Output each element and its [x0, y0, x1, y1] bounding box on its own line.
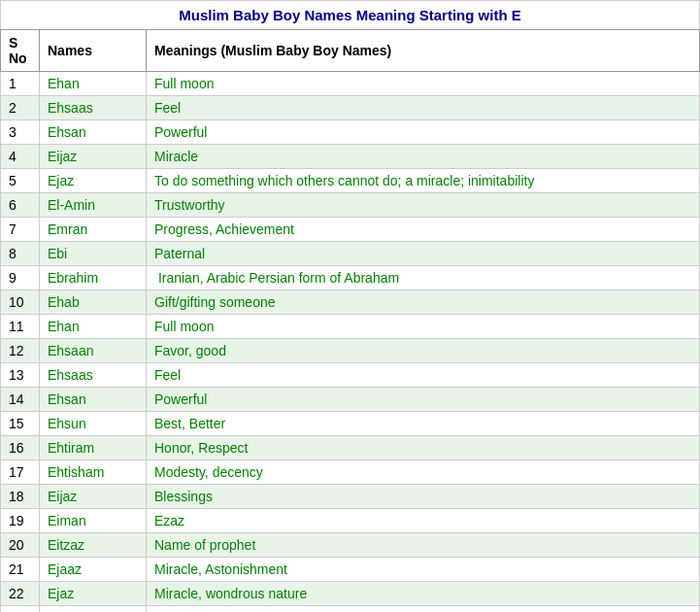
cell-sno: 20 — [1, 533, 40, 558]
cell-name: Ebi — [40, 242, 147, 266]
cell-meaning: Miracle, Astonishment — [147, 558, 700, 582]
table-row: 9Ebrahim Iranian, Arabic Persian form of… — [1, 266, 700, 290]
table-row: 11EhanFull moon — [1, 315, 700, 339]
cell-sno: 22 — [1, 582, 40, 606]
cell-name: Ejaaz — [40, 558, 147, 582]
table-row: 10EhabGift/gifting someone — [1, 290, 700, 315]
cell-name: Ehan — [40, 72, 147, 96]
table-row: 13EhsaasFeel — [1, 363, 700, 388]
cell-sno: 4 — [1, 145, 40, 169]
col-names: Names — [40, 30, 147, 72]
table-title: Muslim Baby Boy Names Meaning Starting w… — [0, 0, 700, 29]
cell-sno: 15 — [1, 412, 40, 436]
cell-name: El-Amin — [40, 193, 147, 218]
cell-sno: 2 — [1, 96, 40, 120]
cell-name: Eijaz — [40, 145, 147, 169]
cell-name: Ehab — [40, 290, 147, 315]
cell-sno: 11 — [1, 315, 40, 339]
cell-meaning: Favor, good — [147, 339, 700, 363]
table-row: 12EhsaanFavor, good — [1, 339, 700, 363]
cell-meaning: Blessings — [147, 485, 700, 509]
main-table: S No Names Meanings (Muslim Baby Boy Nam… — [0, 29, 700, 612]
cell-name: Ehsaan — [40, 339, 147, 363]
cell-sno: 6 — [1, 193, 40, 218]
table-row: 5EjazTo do something which others cannot… — [1, 169, 700, 193]
table-row: 20EitzazName of prophet — [1, 533, 700, 558]
cell-meaning: Character — [147, 606, 700, 613]
table-row: 18EijazBlessings — [1, 485, 700, 509]
cell-name: Emran — [40, 218, 147, 242]
cell-sno: 19 — [1, 509, 40, 533]
cell-sno: 10 — [1, 290, 40, 315]
cell-sno: 14 — [1, 388, 40, 412]
cell-sno: 21 — [1, 558, 40, 582]
cell-meaning: Iranian, Arabic Persian form of Abraham — [147, 266, 700, 290]
cell-meaning: Progress, Achievement — [147, 218, 700, 242]
cell-name: Ehsan — [40, 120, 147, 145]
table-row: 1EhanFull moon — [1, 72, 700, 96]
cell-sno: 7 — [1, 218, 40, 242]
cell-meaning: Full moon — [147, 72, 700, 96]
cell-sno: 1 — [1, 72, 40, 96]
cell-name: Ekhlaq — [40, 606, 147, 613]
cell-sno: 8 — [1, 242, 40, 266]
cell-meaning: Name of prophet — [147, 533, 700, 558]
table-row: 14EhsanPowerful — [1, 388, 700, 412]
cell-name: Eijaz — [40, 485, 147, 509]
table-row: 16EhtiramHonor, Respect — [1, 436, 700, 460]
cell-meaning: Paternal — [147, 242, 700, 266]
table-row: 6El-AminTrustworthy — [1, 193, 700, 218]
cell-sno: 18 — [1, 485, 40, 509]
cell-sno: 23 — [1, 606, 40, 613]
table-row: 19EimanEzaz — [1, 509, 700, 533]
cell-name: Ejaz — [40, 169, 147, 193]
cell-name: Ehan — [40, 315, 147, 339]
cell-meaning: Feel — [147, 96, 700, 120]
cell-meaning: Powerful — [147, 388, 700, 412]
table-row: 8EbiPaternal — [1, 242, 700, 266]
cell-sno: 5 — [1, 169, 40, 193]
cell-name: Ehsun — [40, 412, 147, 436]
table-row: 21EjaazMiracle, Astonishment — [1, 558, 700, 582]
table-row: 2EhsaasFeel — [1, 96, 700, 120]
col-sno: S No — [1, 30, 40, 72]
cell-name: Ejaz — [40, 582, 147, 606]
table-row: 7EmranProgress, Achievement — [1, 218, 700, 242]
cell-meaning: Honor, Respect — [147, 436, 700, 460]
cell-meaning: To do something which others cannot do; … — [147, 169, 700, 193]
cell-meaning: Feel — [147, 363, 700, 388]
cell-sno: 12 — [1, 339, 40, 363]
cell-name: Eitzaz — [40, 533, 147, 558]
cell-sno: 13 — [1, 363, 40, 388]
cell-meaning: Miracle, wondrous nature — [147, 582, 700, 606]
cell-meaning: Trustworthy — [147, 193, 700, 218]
cell-meaning: Best, Better — [147, 412, 700, 436]
table-row: 17EhtishamModesty, decency — [1, 460, 700, 485]
header-row: S No Names Meanings (Muslim Baby Boy Nam… — [1, 30, 700, 72]
cell-meaning: Modesty, decency — [147, 460, 700, 485]
table-row: 22EjazMiracle, wondrous nature — [1, 582, 700, 606]
cell-name: Ebrahim — [40, 266, 147, 290]
cell-name: Ehtisham — [40, 460, 147, 485]
col-meanings: Meanings (Muslim Baby Boy Names) — [147, 30, 700, 72]
cell-name: Ehtiram — [40, 436, 147, 460]
cell-name: Ehsaas — [40, 363, 147, 388]
cell-meaning: Powerful — [147, 120, 700, 145]
cell-meaning: Gift/gifting someone — [147, 290, 700, 315]
cell-name: Eiman — [40, 509, 147, 533]
table-row: 4EijazMiracle — [1, 145, 700, 169]
cell-sno: 9 — [1, 266, 40, 290]
cell-sno: 3 — [1, 120, 40, 145]
cell-name: Ehsaas — [40, 96, 147, 120]
cell-meaning: Ezaz — [147, 509, 700, 533]
cell-name: Ehsan — [40, 388, 147, 412]
table-row: 23EkhlaqCharacter — [1, 606, 700, 613]
cell-sno: 16 — [1, 436, 40, 460]
table-row: 3EhsanPowerful — [1, 120, 700, 145]
cell-meaning: Full moon — [147, 315, 700, 339]
cell-meaning: Miracle — [147, 145, 700, 169]
cell-sno: 17 — [1, 460, 40, 485]
table-row: 15EhsunBest, Better — [1, 412, 700, 436]
